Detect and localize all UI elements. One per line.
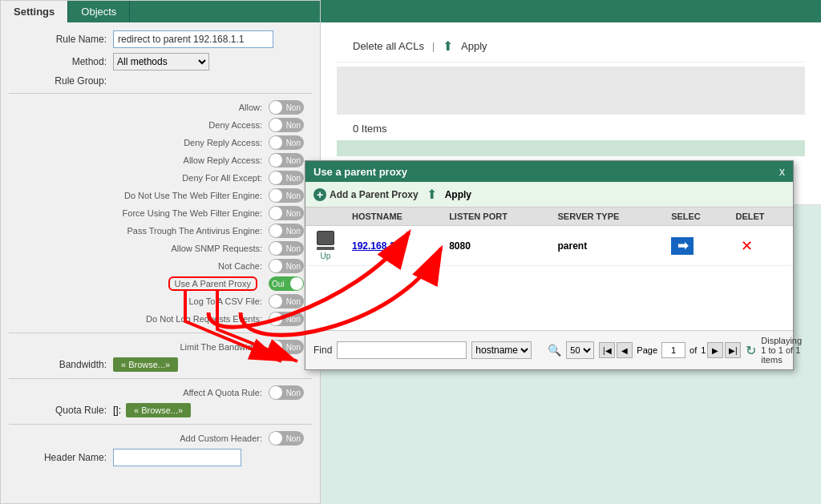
rule-name-row: Rule Name: (9, 30, 312, 48)
rule-group-row: Rule Group: (9, 75, 312, 87)
popup-table: HOSTNAME LISTEN PORT SERVER TYPE SELEC D… (305, 208, 793, 266)
popup-dialog: Use a parent proxy x + Add a Parent Prox… (305, 160, 794, 370)
per-page-select[interactable]: 50 (566, 341, 594, 359)
toggle-not-cache-label: Not Cache: (52, 261, 269, 271)
toggle-allow-reply: Allow Reply Access: Non (9, 153, 312, 167)
settings-content: Rule Name: Method: All methods Rule Grou… (1, 22, 320, 499)
select-button[interactable]: ➡ (671, 237, 694, 255)
toggle-force-web-filter-switch[interactable]: Non (269, 206, 304, 220)
table-row: Up 192.168.1.1 8080 parent ➡ (305, 226, 793, 266)
page-input[interactable] (661, 342, 686, 358)
find-input[interactable] (337, 341, 467, 359)
toggle-not-cache-switch[interactable]: Non (269, 259, 304, 273)
tab-settings[interactable]: Settings (1, 1, 68, 22)
toggle-no-log-text: Non (286, 315, 301, 324)
popup-close-button[interactable]: x (779, 165, 785, 178)
toggle-allow: Allow: Non (9, 100, 312, 115)
row-delete-cell: ✕ (730, 226, 793, 266)
toggle-allow-knob (269, 101, 282, 114)
find-filter-select[interactable]: hostname (471, 341, 532, 359)
method-select[interactable]: All methods (113, 53, 209, 71)
add-icon: + (313, 188, 326, 201)
toggle-deny-reply-label: Deny Reply Access: (52, 138, 269, 147)
toggle-custom-header: Add Custom Header: Non (9, 431, 312, 446)
tab-objects[interactable]: Objects (68, 1, 130, 22)
row-status-cell: Up (305, 226, 346, 266)
toggle-snmp-switch[interactable]: Non (269, 241, 304, 256)
toggle-custom-header-switch[interactable]: Non (269, 431, 304, 446)
popup-apply-label[interactable]: Apply (445, 189, 471, 200)
search-icon[interactable]: 🔍 (548, 344, 561, 357)
toggle-deny-label: Deny Access: (52, 120, 269, 130)
toggle-allow-reply-text: Non (286, 156, 301, 165)
toggle-deny-all-switch[interactable]: Non (269, 171, 304, 185)
col-selec: SELEC (665, 208, 729, 226)
popup-footer: Find hostname 🔍 50 |◀ ◀ Page of 1 ▶ ▶| ↻… (305, 330, 793, 369)
bandwidth-browse-button[interactable]: « Browse...» (113, 357, 178, 372)
toggle-log-csv-switch[interactable]: Non (269, 294, 304, 308)
toggle-log-csv: Log To A CSV File: Non (9, 294, 312, 308)
toggle-custom-header-label: Add Custom Header: (52, 433, 269, 443)
toggle-web-filter-switch[interactable]: Non (269, 188, 304, 203)
server-status: Up (321, 252, 331, 260)
row-listen-port-cell: 8080 (443, 226, 551, 266)
popup-header: Use a parent proxy x (305, 161, 793, 182)
toggle-allow-switch[interactable]: Non (269, 100, 304, 115)
toggle-bandwidth-knob (269, 341, 282, 353)
last-page-button[interactable]: ▶| (725, 342, 741, 358)
settings-tabs: Settings Objects (1, 1, 320, 22)
rule-name-label: Rule Name: (9, 34, 113, 45)
toggle-parent-proxy-switch[interactable]: Oui (269, 276, 304, 291)
toggle-deny-reply-text: Non (286, 139, 301, 147)
toggle-antivirus-text: Non (286, 227, 301, 236)
delete-icon: ✕ (741, 237, 753, 255)
toggle-allow-reply-switch[interactable]: Non (269, 153, 304, 167)
col-server-type: SERVER TYPE (552, 208, 665, 226)
popup-toolbar: + Add a Parent Proxy ⬆ Apply (305, 182, 793, 208)
toggle-custom-header-knob (269, 432, 282, 445)
row-hostname-cell: 192.168.1.1 (346, 226, 443, 266)
toggle-antivirus-label: Pass Trough The Antivirus Engine: (52, 226, 269, 236)
page-label: Page (637, 345, 657, 355)
refresh-button[interactable]: ↻ (746, 343, 756, 358)
toggle-deny-reply-switch[interactable]: Non (269, 135, 304, 150)
toggle-snmp-knob (269, 242, 282, 255)
toggle-no-log-switch[interactable]: Non (269, 312, 304, 326)
toggle-not-cache-knob (269, 260, 282, 272)
next-page-button[interactable]: ▶ (707, 342, 723, 358)
prev-page-button[interactable]: ◀ (617, 342, 633, 358)
bandwidth-row: Bandwidth: « Browse...» (9, 357, 312, 372)
toggle-force-web-filter: Force Using The Web Filter Engine: Non (9, 206, 312, 220)
toggle-force-web-filter-label: Force Using The Web Filter Engine: (52, 208, 269, 218)
toggle-deny-knob (269, 119, 282, 131)
toggle-log-csv-label: Log To A CSV File: (52, 296, 269, 306)
rule-name-input[interactable] (113, 30, 273, 48)
toggle-deny-switch[interactable]: Non (269, 118, 304, 132)
toggle-antivirus-switch[interactable]: Non (269, 224, 304, 238)
rule-group-label: Rule Group: (9, 75, 113, 87)
add-parent-proxy-button[interactable]: + Add a Parent Proxy (313, 188, 419, 201)
toggle-bandwidth-switch[interactable]: Non (269, 340, 304, 354)
toggle-bandwidth-limit: Limit The Bandwidth: Non (9, 340, 312, 354)
header-name-input[interactable] (113, 449, 241, 466)
row-server-type-cell: parent (552, 226, 665, 266)
toggle-allow-text: Non (286, 103, 301, 112)
toggle-log-csv-knob (269, 295, 282, 308)
apply-link[interactable]: Apply (461, 40, 487, 52)
method-label: Method: (9, 56, 113, 67)
quota-browse-button[interactable]: « Browse...» (126, 403, 191, 417)
toggle-quota-switch[interactable]: Non (269, 385, 304, 400)
delete-button[interactable]: ✕ (736, 237, 758, 255)
first-page-button[interactable]: |◀ (599, 342, 615, 358)
toggle-bandwidth-text: Non (286, 343, 301, 352)
popup-title: Use a parent proxy (313, 166, 407, 178)
method-row: Method: All methods (9, 53, 312, 71)
total-pages: 1 (701, 345, 706, 355)
toggle-deny-all-text: Non (286, 174, 301, 183)
delete-all-acls-link[interactable]: Delete all ACLs (353, 40, 424, 52)
bandwidth-label: Bandwidth: (9, 359, 113, 370)
apply-icon: ⬆ (427, 187, 437, 202)
toggle-deny-access: Deny Access: Non (9, 118, 312, 132)
hostname-link[interactable]: 192.168.1.1 (352, 240, 402, 252)
toggle-deny-reply-knob (269, 136, 282, 149)
